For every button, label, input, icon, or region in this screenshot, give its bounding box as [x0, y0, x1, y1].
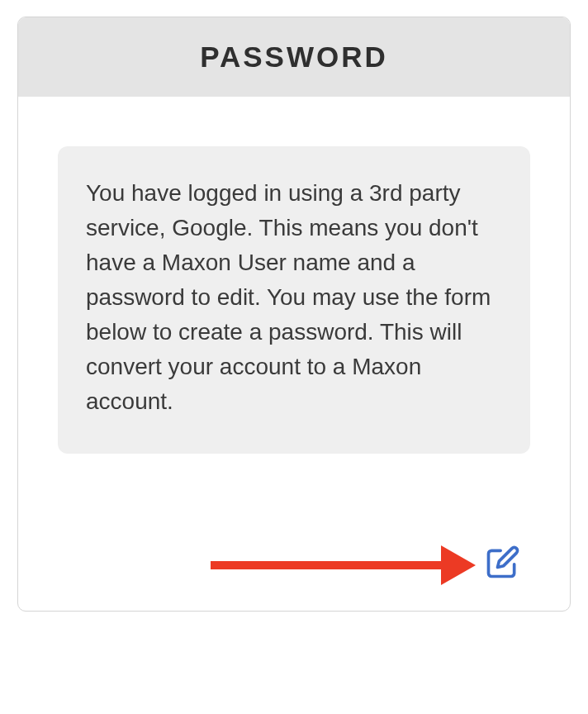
edit-row: [58, 545, 530, 586]
card-body: You have logged in using a 3rd party ser…: [18, 97, 570, 611]
edit-button[interactable]: [484, 545, 520, 581]
card-header: PASSWORD: [18, 17, 570, 97]
card-title: PASSWORD: [26, 40, 562, 74]
info-text: You have logged in using a 3rd party ser…: [86, 176, 502, 419]
edit-icon: [484, 545, 520, 581]
arrow-line: [211, 561, 442, 569]
arrow-annotation: [211, 545, 476, 585]
arrow-head: [441, 545, 476, 585]
password-card: PASSWORD You have logged in using a 3rd …: [17, 17, 571, 612]
info-box: You have logged in using a 3rd party ser…: [58, 146, 530, 454]
